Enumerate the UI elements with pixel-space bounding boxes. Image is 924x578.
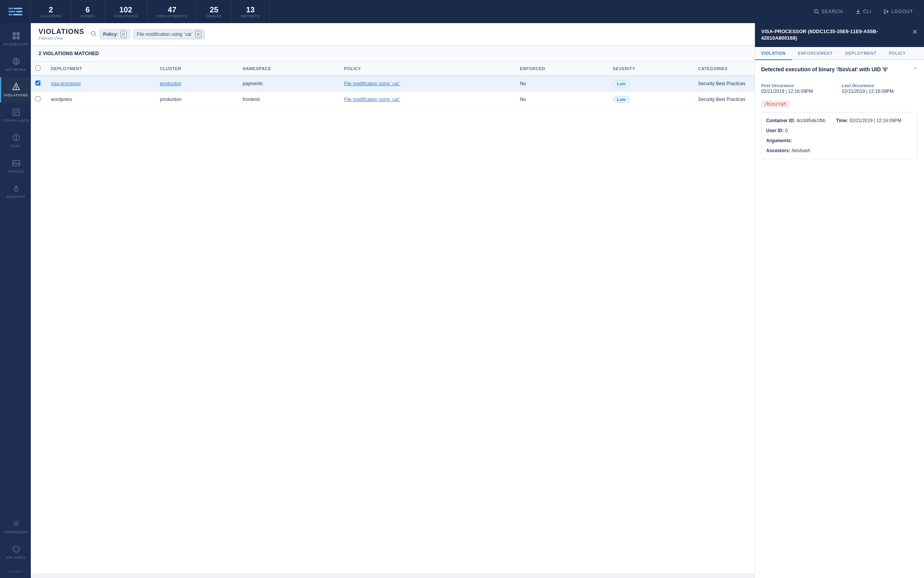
panel-header: VISA-PROCESSOR (6DDC1C35-35E9-11E9-A55B-… [755, 23, 924, 47]
logout-icon [884, 9, 889, 14]
sidebar-item-apidocs-label: API DOCS [6, 556, 26, 560]
time-label-inline: Time: 02/21/2019 | 12:16:09PM [836, 118, 901, 123]
row2-policy-link[interactable]: File modification using `cat` [344, 97, 400, 102]
violation-title: Detected execution of binary '/bin/cat' … [761, 66, 888, 72]
row2-severity-badge: Low [613, 96, 630, 103]
policy-value-text: File modification using `cat` [137, 32, 193, 37]
row1-severity-badge: Low [613, 80, 630, 87]
risk-icon [12, 133, 20, 142]
time-value: 02/21/2019 | 12:16:09PM [850, 118, 902, 123]
sidebar-item-configure-label: CONFIGURE [4, 530, 28, 534]
row1-cluster: production [155, 76, 238, 92]
row1-deployment[interactable]: visa-processor [46, 76, 155, 92]
sidebar-item-risk[interactable]: RISK [0, 128, 31, 153]
sidebar-item-compliance[interactable]: COMPLIANCE [0, 102, 31, 128]
panel-content: Detected execution of binary '/bin/cat' … [755, 60, 924, 578]
svg-rect-24 [13, 160, 20, 166]
filter-search-button[interactable] [90, 30, 97, 38]
col-policy[interactable]: Policy [340, 62, 516, 76]
stat-secrets[interactable]: 13 SECRETS [231, 0, 270, 23]
sidebar-item-configure[interactable]: CONFIGURE [0, 514, 31, 539]
panel-close-button[interactable]: ✕ [912, 29, 918, 35]
svg-rect-4 [16, 11, 22, 12]
row1-namespace: payments [238, 76, 339, 92]
policy-filter-label-close[interactable]: ✕ [121, 31, 127, 38]
sidebar-item-secrets[interactable]: SECRETS [0, 179, 31, 204]
col-enforced[interactable]: Enforced [515, 62, 608, 76]
panel-title: VISA-PROCESSOR (6DDC1C35-35E9-11E9-A55B-… [761, 29, 912, 42]
row1-deployment-link[interactable]: visa-processor [51, 81, 81, 86]
svg-line-7 [818, 13, 819, 14]
col-cluster[interactable]: Cluster [155, 62, 238, 76]
stat-deployments-number: 47 [168, 5, 176, 14]
svg-rect-26 [15, 188, 18, 191]
last-occurrence-label: Last Occurence: [842, 83, 918, 88]
first-occurrence-value: 02/21/2019 | 12:16:09PM [761, 89, 837, 94]
nav-actions: SEARCH CLI LOGOUT [803, 7, 924, 17]
svg-rect-3 [14, 8, 22, 9]
stat-nodes-label: NODES [80, 14, 95, 18]
first-occurrence-label: First Occurence: [761, 83, 837, 88]
row1-checkbox[interactable] [35, 81, 40, 86]
stat-deployments-label: DEPLOYMENTS [157, 14, 187, 18]
row2-namespace: frontend [238, 92, 339, 108]
row2-policy[interactable]: File modification using `cat` [340, 92, 516, 108]
tab-deployment[interactable]: DEPLOYMENT [839, 47, 882, 60]
col-deployment[interactable]: Deployment [46, 62, 155, 76]
policy-filter-label: Policy: [103, 32, 118, 37]
stat-deployments[interactable]: 47 DEPLOYMENTS [147, 0, 197, 23]
main-layout: DASHBOARD NETWORK VIOLATIONS COMPLIANCE … [0, 23, 924, 578]
page-title-block: VIOLATIONS Filtered View [38, 28, 84, 40]
tab-policy[interactable]: POLICY [882, 47, 912, 60]
stat-nodes[interactable]: 6 NODES [71, 0, 104, 23]
sidebar-item-images[interactable]: IMAGES [0, 153, 31, 179]
row2-deployment: wordpress [46, 92, 155, 108]
sidebar-item-dashboard[interactable]: DASHBOARD [0, 26, 31, 52]
detail-card: Container ID: 4ccb95de1fbb Time: 02/21/2… [761, 112, 918, 159]
search-button[interactable]: SEARCH [809, 7, 848, 17]
svg-rect-11 [13, 36, 16, 39]
time-label: Time: [836, 118, 848, 123]
col-namespace[interactable]: Namespace [238, 62, 339, 76]
panel-tabs: VIOLATION ENFORCEMENT DEPLOYMENT POLICY [755, 47, 924, 60]
tab-enforcement[interactable]: ENFORCEMENT [792, 47, 839, 60]
svg-point-23 [16, 139, 17, 139]
container-id-text: 4ccb95de1fbb [797, 118, 825, 123]
cli-button[interactable]: CLI [851, 7, 876, 17]
row1-cluster-link[interactable]: production [160, 81, 181, 86]
svg-rect-1 [8, 11, 15, 12]
col-severity[interactable]: Severity [608, 62, 693, 76]
logout-button[interactable]: LOGOUT [879, 7, 918, 17]
row2-checkbox[interactable] [35, 96, 40, 101]
policy-value-close[interactable]: ✕ [195, 31, 201, 38]
user-id-text: 0 [785, 128, 788, 133]
svg-rect-0 [8, 8, 13, 9]
select-all-checkbox[interactable] [35, 66, 40, 71]
search-icon [814, 9, 819, 14]
violations-icon [12, 82, 20, 91]
svg-rect-10 [17, 32, 20, 35]
tab-violation[interactable]: VIOLATION [755, 47, 792, 60]
stat-violations[interactable]: 102 VIOLATIONS [104, 0, 147, 23]
sidebar-item-compliance-label: COMPLIANCE [3, 119, 30, 123]
svg-rect-12 [17, 36, 20, 39]
sidebar-item-apidocs[interactable]: ? API DOCS [0, 539, 31, 565]
stat-nodes-number: 6 [85, 5, 90, 14]
row1-policy-link[interactable]: File modification using `cat` [344, 81, 400, 86]
sidebar-item-network[interactable]: NETWORK [0, 52, 31, 77]
sidebar-item-violations[interactable]: VIOLATIONS [0, 77, 31, 102]
ancestors-row: Ancestors: /bin/bash [766, 147, 913, 154]
stat-clusters[interactable]: 2 CLUSTERS [31, 0, 71, 23]
container-id-row: Container ID: 4ccb95de1fbb Time: 02/21/2… [766, 117, 913, 124]
violation-collapse-button[interactable]: ⌃ [913, 66, 918, 74]
svg-text:?: ? [15, 548, 17, 551]
stat-images[interactable]: 25 IMAGES [197, 0, 231, 23]
network-icon [12, 57, 20, 66]
svg-point-30 [91, 31, 95, 35]
arguments-label: Arguments: [766, 138, 792, 143]
policy-filter-chip: Policy: ✕ [100, 29, 130, 39]
svg-rect-9 [13, 32, 16, 35]
stat-secrets-label: SECRETS [241, 14, 260, 18]
row1-policy[interactable]: File modification using `cat` [340, 76, 516, 92]
user-id-row: User ID: 0 [766, 127, 913, 134]
